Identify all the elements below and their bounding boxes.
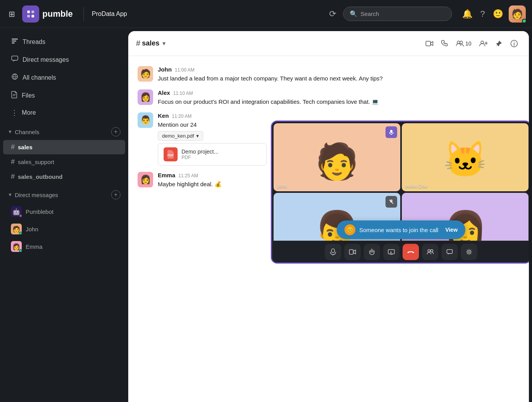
participants-button[interactable] — [422, 244, 438, 260]
svg-rect-25 — [331, 249, 335, 253]
dm-name-emma: Emma — [26, 243, 42, 250]
info-button[interactable] — [507, 37, 521, 50]
video-avatar-john: 🧑 — [315, 144, 359, 179]
dm-item-emma[interactable]: 👩 Emma — [3, 238, 125, 255]
svg-rect-2 — [27, 15, 30, 17]
notification-icon[interactable]: 🔔 — [460, 7, 475, 21]
user-avatar-container[interactable]: 🧑 — [509, 5, 526, 23]
main-area: Threads Direct messages All channels — [0, 28, 532, 402]
grid-icon[interactable]: ⊞ — [6, 7, 17, 21]
message-text: Focus on our product's ROI and integrati… — [158, 98, 520, 107]
add-dm-button[interactable]: + — [111, 190, 120, 199]
video-controls-bar — [272, 241, 529, 262]
sidebar-item-all-channels[interactable]: All channels — [3, 69, 125, 86]
channel-name-area[interactable]: # sales ▾ — [136, 39, 166, 48]
table-row: 🧑 John 11:00 AM Just landed a lead from … — [138, 64, 520, 86]
file-name: Demo project... — [181, 149, 218, 155]
pin-button[interactable] — [492, 38, 506, 49]
video-tile-john: 🧑 John — [274, 123, 400, 191]
channels-section-label: Channels — [15, 129, 39, 135]
file-info: Demo project... PDF — [181, 149, 218, 160]
channel-item-sales[interactable]: # sales — [3, 140, 125, 154]
channel-name-sales-outbound: sales_outbound — [18, 173, 63, 180]
emoji-icon[interactable]: 🙂 — [490, 7, 506, 21]
message-header: John 11:00 AM — [158, 66, 520, 73]
message-header: Alex 11:10 AM — [158, 89, 520, 96]
topbar-divider — [84, 7, 84, 21]
screen-share-button[interactable] — [383, 244, 399, 260]
chat-area: # sales ▾ — [128, 31, 529, 402]
chat-button[interactable] — [441, 244, 458, 260]
message-header: Ken 11:20 AM — [158, 112, 520, 119]
john-status — [19, 232, 22, 235]
file-dropdown-name: demo_ken.pdf — [162, 133, 194, 139]
svg-point-31 — [431, 250, 433, 252]
channel-header: # sales ▾ — [128, 31, 529, 56]
header-icons: 10 — [422, 37, 521, 50]
dm-name-pumblebot: Pumblebot — [26, 208, 54, 215]
history-icon[interactable]: ⟳ — [327, 7, 338, 21]
mic-button[interactable] — [325, 244, 341, 260]
avatar: 👨 — [138, 112, 153, 128]
dm-nav-icon — [11, 55, 19, 65]
channel-name-sales-support: sales_support — [18, 159, 54, 165]
channel-name-sales: sales — [18, 144, 33, 150]
members-count: 10 — [465, 40, 471, 47]
sidebar: Threads Direct messages All channels — [0, 28, 128, 402]
channel-name-hash: # — [136, 39, 140, 48]
svg-rect-3 — [31, 15, 34, 17]
svg-point-13 — [460, 41, 463, 44]
members-button[interactable]: 10 — [453, 38, 474, 49]
search-bar[interactable]: 🔍 Search — [343, 7, 452, 21]
add-member-button[interactable] — [476, 38, 491, 49]
video-tile-label-john: John — [277, 184, 287, 189]
channels-section[interactable]: ▼ Channels + — [0, 124, 128, 140]
svg-point-19 — [514, 42, 515, 42]
files-icon — [11, 91, 18, 100]
dm-name-john: John — [26, 226, 38, 232]
channel-hash-sales-support: # — [11, 158, 15, 166]
mute-icon-ken[interactable] — [385, 196, 397, 208]
phone-call-button[interactable] — [438, 38, 451, 49]
hand-button[interactable] — [364, 244, 380, 260]
settings-button[interactable] — [461, 244, 477, 260]
file-type: PDF — [181, 155, 218, 160]
topbar-icons: 🔔 ? 🙂 🧑 — [460, 5, 526, 23]
dm-item-pumblebot[interactable]: 🤖 Pumblebot — [3, 203, 125, 220]
sidebar-item-direct-messages[interactable]: Direct messages — [3, 51, 125, 68]
message-time: 11:00 AM — [175, 67, 195, 73]
sidebar-item-files[interactable]: Files — [3, 87, 125, 104]
help-icon[interactable]: ? — [478, 7, 487, 21]
sidebar-item-more[interactable]: ⋮ More — [3, 105, 125, 121]
video-tile-label-meow: Meow Doe — [405, 184, 427, 189]
join-call-banner: 😊 Someone wants to join the call View — [337, 220, 465, 239]
dm-section-label: Direct messages — [15, 192, 58, 198]
channel-name-text: sales — [142, 39, 159, 47]
sidebar-label-threads: Threads — [23, 38, 45, 45]
channel-item-sales-outbound[interactable]: # sales_outbound — [3, 170, 125, 184]
logo[interactable]: pumble — [22, 5, 73, 23]
add-channel-button[interactable]: + — [111, 127, 120, 136]
topbar: ⊞ pumble ProData App ⟳ 🔍 Search 🔔 ? 🙂 🧑 — [0, 0, 532, 28]
svg-text:PDF: PDF — [167, 154, 174, 157]
audio-icon-john[interactable] — [385, 126, 397, 138]
message-content: Alex 11:10 AM Focus on our product's ROI… — [158, 89, 520, 107]
file-attachment[interactable]: PDF Demo project... PDF — [158, 143, 267, 166]
sidebar-item-threads[interactable]: Threads — [3, 33, 125, 51]
workspace-name: ProData App — [92, 10, 127, 17]
avatar: 👩 — [138, 89, 153, 105]
threads-icon — [11, 37, 19, 47]
video-call-button[interactable] — [422, 38, 436, 49]
message-time: 11:20 AM — [172, 114, 192, 119]
file-dropdown[interactable]: demo_ken.pdf ▾ — [158, 131, 203, 141]
message-time: 11:10 AM — [173, 91, 193, 96]
message-text: Just landed a lead from a major tech com… — [158, 74, 520, 83]
svg-point-30 — [428, 250, 430, 252]
dm-item-john[interactable]: 🧑 John — [3, 220, 125, 238]
dm-section[interactable]: ▼ Direct messages + — [0, 187, 128, 203]
end-call-button[interactable] — [403, 244, 419, 260]
svg-rect-21 — [390, 130, 392, 133]
channel-item-sales-support[interactable]: # sales_support — [3, 155, 125, 169]
view-button[interactable]: View — [445, 227, 458, 233]
video-button[interactable] — [344, 244, 361, 260]
